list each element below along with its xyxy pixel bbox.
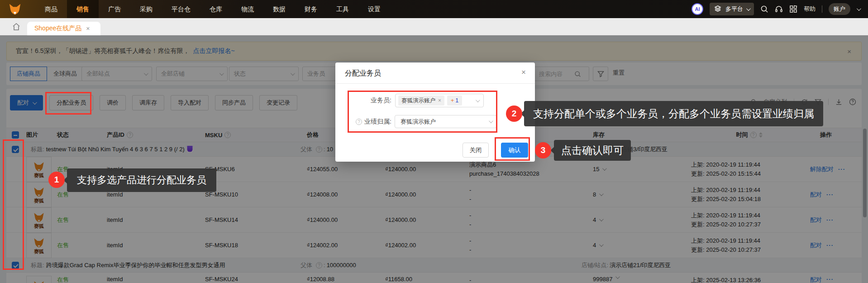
nav-item-warehouse[interactable]: 仓库 [200, 0, 232, 18]
headset-icon[interactable] [775, 5, 783, 13]
account-button[interactable]: 账户 [829, 3, 850, 15]
nav-item-tools[interactable]: 工具 [327, 0, 358, 18]
apps-grid-icon[interactable] [789, 5, 797, 13]
nav-item-finance[interactable]: 财务 [295, 0, 327, 18]
top-nav: 商品 销售 广告 采购 平台仓 仓库 物流 数据 财务 工具 设置 AI 多平台… [0, 0, 868, 18]
step-3-tooltip: 点击确认即可 [554, 140, 631, 161]
nav-item-products[interactable]: 商品 [35, 0, 67, 18]
home-icon[interactable] [12, 22, 21, 31]
divider [822, 5, 822, 13]
modal-close-icon[interactable]: × [521, 68, 526, 77]
nav-item-settings[interactable]: 设置 [358, 0, 390, 18]
assign-salesman-modal: 分配业务员 × 业务员: 赛狐演示账户 × +1 ? 业绩归属: 赛狐演示账户 … [335, 62, 535, 162]
modal-title: 分配业务员 [335, 62, 535, 84]
tab-shopee-online-products[interactable]: Shopee在线产品 × [27, 22, 100, 35]
step-1-badge: 1 [48, 172, 65, 188]
nav-item-data[interactable]: 数据 [263, 0, 295, 18]
annotation-box-checkbox-column [3, 139, 24, 270]
ai-assistant-badge[interactable]: AI [692, 3, 703, 15]
chevron-down-icon[interactable] [857, 6, 861, 11]
platform-switcher-label: 多平台 [725, 5, 743, 13]
tab-bar: Shopee在线产品 × [0, 18, 868, 35]
annotation-box-confirm-button [495, 137, 530, 161]
layers-icon [714, 5, 722, 13]
nav-item-purchase[interactable]: 采购 [130, 0, 162, 18]
search-icon[interactable] [760, 5, 768, 13]
platform-switcher[interactable]: 多平台 [710, 3, 754, 15]
chevron-down-icon [746, 6, 751, 11]
tab-label: Shopee在线产品 [34, 24, 81, 33]
tab-close-icon[interactable]: × [86, 25, 90, 32]
step-2-tooltip: 支持分配单个或多个业务员，分配多个业务员需设置业绩归属 [524, 101, 823, 126]
nav-right-group: AI 多平台 帮助 账户 [692, 3, 868, 15]
help-link[interactable]: 帮助 [804, 5, 816, 13]
step-3-badge: 3 [535, 142, 551, 158]
step-2-badge: 2 [506, 106, 522, 122]
nav-item-sales[interactable]: 销售 [67, 0, 99, 18]
modal-close-button[interactable]: 关闭 [463, 143, 489, 158]
nav-item-ads[interactable]: 广告 [99, 0, 130, 18]
nav-item-platform-warehouse[interactable]: 平台仓 [162, 0, 200, 18]
nav-item-logistics[interactable]: 物流 [232, 0, 263, 18]
nav-menu: 商品 销售 广告 采购 平台仓 仓库 物流 数据 财务 工具 设置 [35, 0, 390, 18]
app-logo-fox-icon[interactable] [7, 1, 23, 17]
annotation-box-assign-button [45, 92, 91, 115]
step-1-tooltip: 支持多选产品进行分配业务员 [67, 168, 216, 192]
annotation-box-modal-fields [348, 91, 497, 133]
